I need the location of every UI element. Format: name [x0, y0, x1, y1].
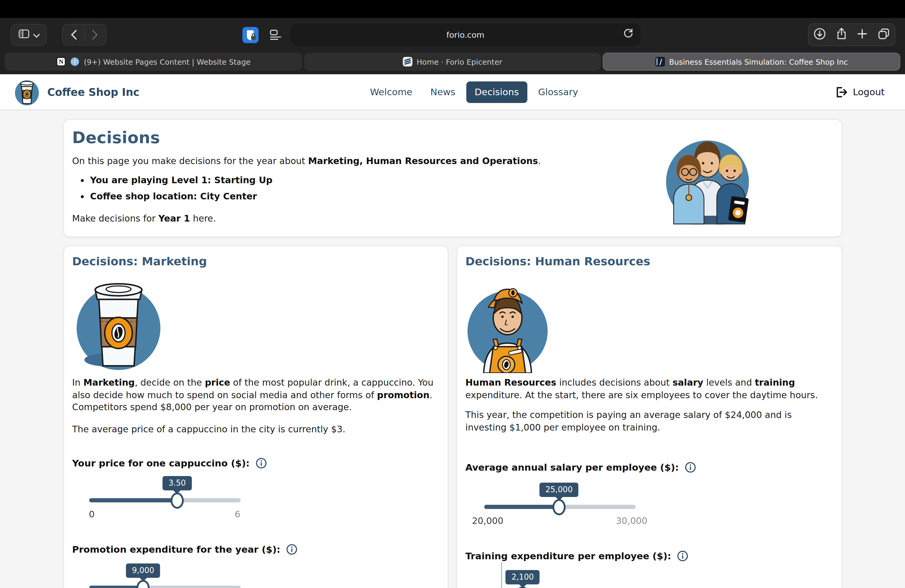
- tab-title: Business Essentials Simulation: Coffee S…: [669, 57, 848, 66]
- brand-name: Coffee Shop Inc: [47, 86, 140, 98]
- slider-range-labels: 20,000 30,000: [472, 516, 647, 526]
- content-blocker-extension-icon[interactable]: [243, 27, 259, 43]
- main-nav: Welcome News Decisions Glossary: [363, 81, 585, 103]
- salary-slider-track[interactable]: [484, 505, 635, 509]
- slider-tooltip-row: 2,100: [484, 570, 635, 588]
- range-min: 20,000: [472, 516, 503, 526]
- decision-cards-row: Decisions: Marketing In Marketing, decid…: [63, 245, 842, 588]
- price-label-text: Your price for one cappuccino ($):: [72, 458, 249, 469]
- promotion-slider-track[interactable]: [89, 586, 240, 588]
- tab-strip: N (9+) Website Pages Content | Website S…: [0, 51, 905, 74]
- marketing-card: Decisions: Marketing In Marketing, decid…: [63, 245, 448, 588]
- training-field-label: Training expenditure per employee ($):: [465, 550, 833, 562]
- macos-menubar: [0, 0, 905, 18]
- forio-icon: [403, 57, 413, 67]
- price-slider: 3.50 0 6: [89, 476, 240, 520]
- range-min: 0: [89, 509, 95, 520]
- barista-illustration: [467, 270, 550, 373]
- training-label-text: Training expenditure per employee ($):: [465, 551, 671, 561]
- nav-welcome[interactable]: Welcome: [363, 81, 419, 103]
- back-button[interactable]: [63, 25, 84, 45]
- new-tab-button[interactable]: [857, 28, 868, 41]
- screen: forio.com N (9+) Websit: [0, 0, 905, 588]
- price-slider-thumb[interactable]: [171, 492, 184, 509]
- price-tooltip: 3.50: [162, 476, 192, 490]
- tab-simulation-active[interactable]: / Business Essentials Simulation: Coffee…: [603, 53, 900, 71]
- hr-card: Decisions: Human Resources: [456, 245, 842, 588]
- nav-decisions[interactable]: Decisions: [466, 81, 527, 103]
- reload-icon[interactable]: [623, 27, 633, 41]
- training-slider: 2,100: [484, 570, 635, 588]
- slider-tooltip-row: 9,000: [89, 563, 240, 582]
- decisions-intro-card: Decisions On this page you make decision…: [63, 119, 842, 237]
- tab-forio-home[interactable]: Home · Forio Epicenter: [304, 53, 601, 71]
- chevron-down-icon: [33, 29, 40, 40]
- address-cluster: forio.com: [243, 23, 640, 46]
- salary-tooltip: 25,000: [539, 483, 578, 497]
- coffee-cup-illustration: [73, 270, 163, 372]
- logout-icon: [835, 86, 848, 98]
- tab-title: (9+) Website Pages Content | Website Sta…: [84, 57, 251, 66]
- slider-fill: [89, 498, 177, 502]
- info-icon[interactable]: [286, 544, 298, 555]
- promotion-label-text: Promotion expenditure for the year ($):: [72, 544, 280, 555]
- range-max: 6: [235, 509, 240, 520]
- price-field-label: Your price for one cappuccino ($):: [72, 458, 439, 469]
- page-body: Decisions On this page you make decision…: [0, 110, 905, 588]
- slider-range-labels: 0 6: [89, 509, 240, 520]
- price-slider-track[interactable]: [89, 498, 240, 502]
- salary-field-label: Average annual salary per employee ($):: [465, 462, 833, 473]
- forward-button[interactable]: [85, 25, 106, 45]
- simulation-favicon: /: [656, 57, 665, 67]
- browser-toolbar: forio.com: [0, 18, 905, 51]
- svg-text:/: /: [659, 58, 662, 66]
- sidebar-icon: [17, 28, 30, 41]
- promotion-field-label: Promotion expenditure for the year ($):: [72, 544, 439, 555]
- coffee-shop-logo: [14, 78, 40, 106]
- marketing-paragraph-2: The average price of a cappuccino in the…: [72, 423, 439, 435]
- marketing-paragraph-1: In Marketing, decide on the price of the…: [72, 377, 439, 413]
- salary-slider-thumb[interactable]: [553, 499, 566, 515]
- slider-tooltip-row: 25,000: [484, 483, 635, 501]
- info-icon[interactable]: [685, 462, 696, 473]
- page-settings-button[interactable]: [269, 24, 282, 46]
- tab-overview-button[interactable]: [878, 27, 890, 42]
- marketing-title: Decisions: Marketing: [72, 254, 439, 268]
- site-header: Coffee Shop Inc Welcome News Decisions G…: [0, 74, 905, 110]
- training-tooltip: 2,100: [505, 570, 540, 585]
- logout-label: Logout: [853, 86, 884, 97]
- slider-fill: [89, 586, 143, 588]
- notion-icon: N: [56, 57, 66, 67]
- hr-paragraph-2: This year, the competition is paying an …: [465, 409, 833, 434]
- history-nav-group: [62, 24, 106, 46]
- promotion-tooltip: 9,000: [126, 563, 160, 578]
- share-button[interactable]: [835, 27, 847, 43]
- info-icon[interactable]: [677, 550, 689, 562]
- tab-title: Home · Forio Epicenter: [417, 57, 502, 66]
- intro-lead: On this page you make decisions for the …: [72, 155, 671, 167]
- nav-glossary[interactable]: Glossary: [531, 81, 585, 103]
- promotion-slider: 9,000: [89, 563, 240, 588]
- svg-text:N: N: [59, 58, 64, 65]
- info-icon[interactable]: [256, 458, 267, 469]
- hr-title: Decisions: Human Resources: [465, 254, 833, 268]
- downloads-button[interactable]: [813, 27, 826, 42]
- address-bar[interactable]: forio.com: [290, 23, 640, 46]
- hr-paragraph-1: Human Resources includes decisions about…: [465, 377, 833, 401]
- globe-icon: [70, 57, 79, 67]
- salary-label-text: Average annual salary per employee ($):: [465, 462, 679, 473]
- nav-news[interactable]: News: [423, 81, 463, 103]
- url-text: forio.com: [446, 30, 484, 40]
- tab-website-pages[interactable]: N (9+) Website Pages Content | Website S…: [5, 53, 302, 71]
- salary-slider: 25,000 20,000 30,000: [484, 483, 635, 526]
- brand[interactable]: Coffee Shop Inc: [14, 78, 140, 106]
- slider-tooltip-row: 3.50: [89, 476, 240, 494]
- range-max: 30,000: [616, 516, 647, 526]
- sidebar-toggle-button[interactable]: [11, 24, 47, 46]
- logout-button[interactable]: Logout: [835, 86, 884, 98]
- slider-fill: [484, 505, 559, 509]
- toolbar-right-group: [808, 23, 895, 46]
- team-illustration: [660, 127, 754, 226]
